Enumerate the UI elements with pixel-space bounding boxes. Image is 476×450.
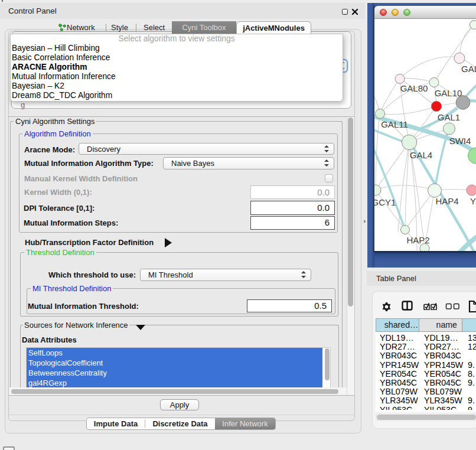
svg-text:Y: Y [470,196,476,206]
svg-text:GAL1: GAL1 [438,112,460,122]
svg-text:GAL10: GAL10 [435,88,462,98]
svg-text:SWI4: SWI4 [449,136,471,146]
svg-text:GAL80: GAL80 [400,83,428,93]
svg-text:HAP2: HAP2 [406,235,429,245]
svg-text:GCY1: GCY1 [374,197,396,207]
svg-text:HAP4: HAP4 [435,196,458,206]
svg-text:GAL7: GAL7 [461,64,476,74]
svg-text:GAL11: GAL11 [381,119,408,129]
svg-text:GAL4: GAL4 [410,150,432,160]
